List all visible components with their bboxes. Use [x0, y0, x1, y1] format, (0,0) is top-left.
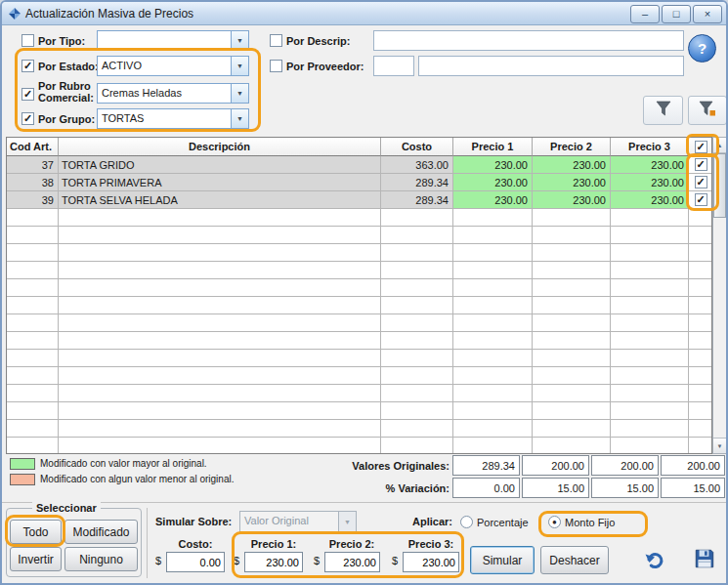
precio3-input[interactable] — [403, 552, 459, 572]
precio1-currency-label: $ — [234, 555, 239, 567]
monto-fijo-label[interactable]: Monto Fijo — [565, 517, 615, 529]
empty-cell — [533, 367, 611, 385]
table-row-empty — [7, 297, 711, 314]
por-rubro-select[interactable]: Cremas Heladas — [97, 83, 249, 104]
chevron-down-icon[interactable] — [231, 57, 248, 75]
row-select-checkbox[interactable]: ✓ — [695, 193, 707, 206]
empty-cell — [611, 385, 689, 402]
por-estado-select[interactable]: ACTIVO — [97, 56, 249, 76]
maximize-icon: □ — [673, 9, 680, 20]
por-rubro-checkbox[interactable]: ✓ — [21, 88, 34, 101]
title-bar[interactable]: Actualización Masiva de Precios – □ × — [2, 2, 726, 25]
por-tipo-select[interactable] — [97, 30, 249, 51]
por-proveedor-code-input[interactable] — [373, 56, 414, 76]
chevron-down-icon[interactable] — [231, 31, 248, 50]
simular-button[interactable]: Simular — [470, 546, 535, 574]
check-icon: ✓ — [696, 194, 705, 205]
articles-table: Cod Art. Descripción Costo Precio 1 Prec… — [6, 137, 712, 454]
table-row[interactable]: 38 TORTA PRIMAVERA 289.34 230.00 230.00 … — [7, 174, 711, 191]
col-header-cod[interactable]: Cod Art. — [7, 138, 59, 156]
todo-button[interactable]: Todo — [10, 520, 62, 544]
cell-cod: 37 — [7, 156, 59, 174]
save-button[interactable] — [685, 544, 724, 576]
deshacer-button[interactable]: Deshacer — [540, 546, 609, 574]
cell-precio3: 230.00 — [611, 156, 689, 174]
cell-precio3: 230.00 — [611, 174, 689, 191]
row-select-checkbox[interactable]: ✓ — [695, 158, 707, 171]
table-row-empty — [7, 402, 711, 420]
cell-cod: 38 — [7, 174, 59, 191]
scroll-up-icon[interactable]: ▲ — [713, 138, 726, 153]
empty-cell — [611, 332, 689, 350]
monto-fijo-radio[interactable]: ● — [548, 516, 561, 528]
table-row[interactable]: 37 TORTA GRIDO 363.00 230.00 230.00 230.… — [7, 156, 711, 174]
empty-cell — [533, 438, 611, 454]
col-header-precio2[interactable]: Precio 2 — [533, 138, 611, 156]
empty-cell — [611, 209, 689, 227]
empty-cell — [689, 385, 712, 402]
por-proveedor-name-input[interactable] — [418, 56, 684, 76]
empty-cell — [611, 367, 689, 385]
col-header-costo[interactable]: Costo — [381, 138, 453, 156]
empty-cell — [381, 332, 453, 350]
chevron-down-icon[interactable] — [231, 109, 248, 128]
empty-cell — [533, 385, 611, 402]
porcentaje-radio[interactable] — [460, 516, 473, 528]
scroll-down-icon[interactable]: ▼ — [713, 438, 726, 453]
minimize-button[interactable]: – — [630, 5, 660, 23]
modificado-button[interactable]: Modificado — [64, 520, 138, 544]
empty-cell — [689, 367, 712, 385]
por-descrip-input[interactable] — [373, 30, 684, 51]
undo-button[interactable] — [637, 549, 669, 575]
porcentaje-label[interactable]: Porcentaje — [477, 517, 529, 529]
por-rubro-label: Por Rubro Comercial: — [38, 80, 99, 104]
precio2-input-label: Precio 2: — [323, 538, 380, 550]
table-row[interactable]: 39 TORTA SELVA HELADA 289.34 230.00 230.… — [7, 191, 711, 209]
empty-cell — [7, 227, 59, 244]
precio1-input[interactable] — [244, 552, 303, 572]
empty-cell — [689, 314, 712, 332]
empty-cell — [381, 297, 453, 314]
filter-button[interactable] — [643, 96, 683, 125]
empty-cell — [381, 438, 453, 454]
por-estado-checkbox[interactable]: ✓ — [21, 60, 34, 72]
invertir-button[interactable]: Invertir — [10, 547, 62, 571]
filter-apply-button[interactable] — [688, 96, 727, 125]
row-select-checkbox[interactable]: ✓ — [695, 176, 707, 188]
close-button[interactable]: × — [693, 5, 722, 23]
cell-descripcion: TORTA SELVA HELADA — [59, 191, 381, 209]
empty-cell — [689, 279, 712, 297]
empty-cell — [453, 332, 533, 350]
por-grupo-select[interactable]: TORTAS — [97, 108, 249, 129]
empty-cell — [7, 332, 59, 350]
precio2-currency-label: $ — [314, 555, 320, 567]
bottom-divider — [2, 502, 728, 503]
table-row-empty — [7, 332, 711, 350]
empty-cell — [453, 402, 533, 420]
valores-originales-label: Valores Originales: — [266, 455, 450, 476]
empty-cell — [611, 314, 689, 332]
precio2-input[interactable] — [324, 552, 380, 572]
select-all-checkbox[interactable]: ✓ — [695, 141, 707, 153]
por-tipo-checkbox[interactable] — [21, 34, 34, 47]
por-grupo-checkbox[interactable]: ✓ — [21, 112, 34, 125]
por-proveedor-checkbox[interactable] — [270, 60, 282, 72]
help-button[interactable]: ? — [688, 34, 716, 63]
costo-input[interactable] — [166, 552, 225, 572]
col-header-precio3[interactable]: Precio 3 — [611, 138, 689, 156]
ninguno-button[interactable]: Ninguno — [64, 547, 138, 571]
por-descrip-checkbox[interactable] — [270, 34, 282, 47]
chevron-down-icon[interactable] — [231, 84, 248, 103]
empty-cell — [453, 279, 533, 297]
col-header-precio1[interactable]: Precio 1 — [453, 138, 533, 156]
window-title: Actualización Masiva de Precios — [25, 7, 193, 21]
empty-cell — [381, 367, 453, 385]
col-header-desc[interactable]: Descripción — [59, 138, 381, 156]
scrollbar-thumb[interactable] — [713, 153, 726, 218]
vertical-scrollbar[interactable]: ▲ ▼ — [712, 137, 727, 454]
empty-cell — [689, 209, 712, 227]
maximize-button[interactable]: □ — [662, 5, 691, 23]
panel-divider — [147, 508, 148, 578]
por-tipo-label: Por Tipo: — [38, 35, 85, 47]
original-precio2-box: 200.00 — [591, 455, 659, 476]
